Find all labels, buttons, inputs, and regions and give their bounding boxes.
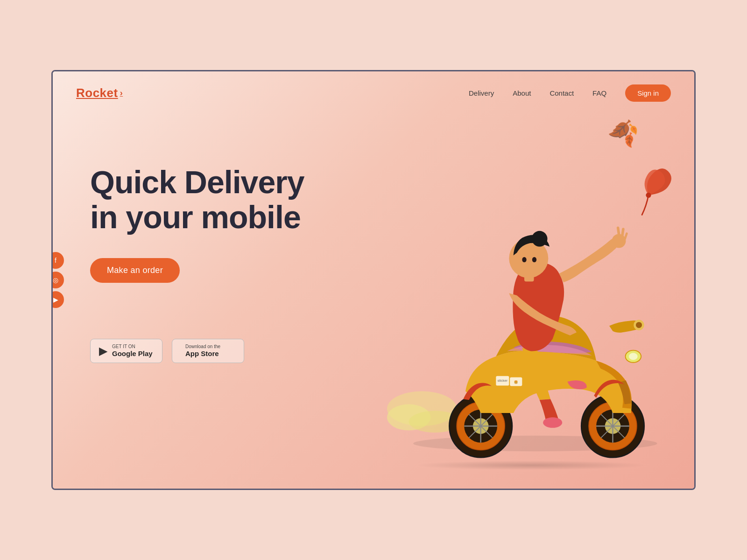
page-frame: Rocket› Delivery About Contact FAQ Sign … <box>51 70 696 490</box>
svg-point-35 <box>522 257 526 262</box>
instagram-icon[interactable]: ◎ <box>53 272 64 288</box>
svg-point-36 <box>532 257 536 262</box>
navbar: Rocket› Delivery About Contact FAQ Sign … <box>53 71 694 102</box>
signin-button[interactable]: Sign in <box>625 84 671 102</box>
google-play-bottom: Google Play <box>112 350 153 358</box>
social-sidebar: f ◎ ▶ <box>53 252 64 308</box>
hero-title: Quick Delivery in your mobile <box>90 165 304 235</box>
nav-contact[interactable]: Contact <box>550 89 574 97</box>
svg-text:sticker: sticker <box>498 378 508 383</box>
nav-about[interactable]: About <box>513 89 531 97</box>
hero-title-line2: in your mobile <box>90 199 301 235</box>
ground-shadow <box>414 461 648 470</box>
app-buttons: ▶ GET IT ON Google Play Download on the … <box>90 339 304 363</box>
svg-rect-37 <box>524 273 534 281</box>
illustration-area: sticker 🍔 <box>344 71 694 489</box>
hero-content: Quick Delivery in your mobile Make an or… <box>90 165 304 363</box>
svg-text:🍔: 🍔 <box>514 380 518 384</box>
google-play-text: GET IT ON Google Play <box>112 344 153 358</box>
svg-line-32 <box>625 233 627 238</box>
svg-point-34 <box>532 231 548 247</box>
google-play-button[interactable]: ▶ GET IT ON Google Play <box>90 339 162 363</box>
svg-line-31 <box>622 229 623 235</box>
app-store-button[interactable]: Download on the App Store <box>172 339 244 363</box>
logo-text: Rocket <box>76 86 118 100</box>
app-store-top: Download on the <box>185 344 220 350</box>
logo-arrow: › <box>120 88 123 98</box>
svg-line-30 <box>618 228 619 234</box>
scooter-illustration: sticker 🍔 <box>386 139 676 465</box>
svg-point-29 <box>612 234 626 248</box>
nav-delivery[interactable]: Delivery <box>469 89 494 97</box>
svg-point-23 <box>629 353 638 360</box>
nav-faq[interactable]: FAQ <box>592 89 606 97</box>
nav-links: Delivery About Contact FAQ Sign in <box>469 84 671 102</box>
app-store-text: Download on the App Store <box>185 344 220 358</box>
facebook-icon[interactable]: f <box>53 252 64 269</box>
svg-point-28 <box>543 417 562 427</box>
google-play-top: GET IT ON <box>112 344 153 350</box>
main-container: Rocket› Delivery About Contact FAQ Sign … <box>53 71 694 489</box>
app-store-bottom: App Store <box>185 350 220 358</box>
svg-point-21 <box>636 322 642 328</box>
youtube-icon[interactable]: ▶ <box>53 291 64 308</box>
google-play-icon: ▶ <box>99 344 107 357</box>
make-order-button[interactable]: Make an order <box>90 258 180 283</box>
hero-title-line1: Quick Delivery <box>90 164 304 200</box>
logo[interactable]: Rocket› <box>76 86 123 100</box>
